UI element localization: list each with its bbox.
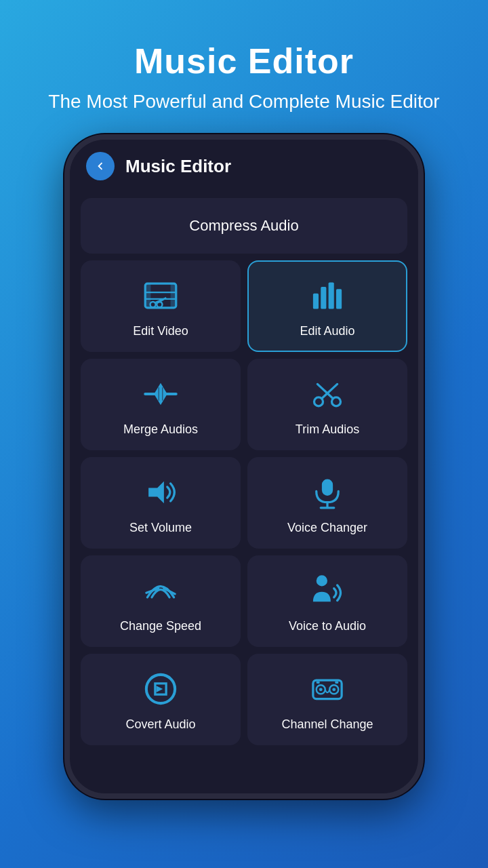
set-volume-icon: [142, 473, 180, 511]
change-speed-button[interactable]: Change Speed: [81, 555, 241, 647]
change-speed-icon: [142, 572, 180, 610]
edit-audio-icon: [308, 277, 346, 315]
svg-rect-23: [322, 479, 333, 496]
voice-to-audio-icon: [308, 572, 346, 610]
compress-audio-button[interactable]: Compress Audio: [81, 198, 407, 254]
change-speed-label: Change Speed: [120, 619, 201, 633]
svg-rect-12: [336, 290, 342, 309]
svg-rect-17: [159, 385, 163, 403]
content-area: Compress Audio: [70, 190, 418, 793]
svg-rect-38: [335, 682, 338, 684]
trim-audios-icon: [308, 375, 346, 413]
covert-audio-icon: [142, 670, 180, 708]
phone-shell: Music Editor Compress Audio: [64, 134, 424, 799]
svg-rect-37: [317, 682, 320, 684]
voice-changer-label: Voice Changer: [287, 521, 367, 535]
covert-audio-label: Covert Audio: [125, 717, 195, 732]
header-section: Music Editor The Most Powerful and Compl…: [21, 41, 466, 114]
edit-video-label: Edit Video: [133, 324, 188, 338]
svg-marker-31: [157, 686, 163, 693]
svg-point-34: [319, 688, 323, 692]
top-bar: Music Editor: [70, 140, 418, 190]
voice-changer-icon: [308, 473, 346, 511]
channel-change-label: Channel Change: [281, 717, 373, 732]
grid-row-3: Set Volume Voice Changer: [81, 457, 407, 549]
grid-row-1: Edit Video Edit Audio: [81, 260, 407, 352]
edit-audio-label: Edit Audio: [300, 324, 354, 338]
trim-audios-button[interactable]: Trim Audios: [247, 359, 407, 450]
grid-row-4: Change Speed Voice to Audio: [81, 555, 407, 647]
channel-change-icon: [308, 670, 346, 708]
svg-point-28: [317, 576, 327, 587]
svg-point-36: [332, 688, 336, 692]
covert-audio-button[interactable]: Covert Audio: [81, 654, 241, 745]
edit-audio-button[interactable]: Edit Audio: [247, 260, 407, 352]
voice-changer-button[interactable]: Voice Changer: [247, 457, 407, 549]
set-volume-label: Set Volume: [129, 521, 192, 535]
app-subtitle: The Most Powerful and Complete Music Edi…: [48, 90, 439, 114]
svg-rect-2: [171, 284, 176, 309]
back-button[interactable]: [86, 152, 115, 180]
svg-marker-22: [148, 481, 164, 504]
merge-audios-icon: [142, 375, 180, 413]
merge-audios-button[interactable]: Merge Audios: [81, 359, 241, 450]
svg-rect-10: [321, 287, 326, 309]
grid-row-2: Merge Audios Trim Audios: [81, 359, 407, 450]
grid-row-5: Covert Audio: [81, 654, 407, 745]
voice-to-audio-label: Voice to Audio: [289, 619, 366, 633]
app-title: Music Editor: [48, 41, 439, 81]
edit-video-icon: [142, 277, 180, 315]
set-volume-button[interactable]: Set Volume: [81, 457, 241, 549]
merge-audios-label: Merge Audios: [123, 422, 198, 437]
trim-audios-label: Trim Audios: [296, 422, 359, 437]
svg-rect-11: [329, 283, 334, 309]
svg-rect-9: [313, 294, 319, 309]
edit-video-button[interactable]: Edit Video: [81, 260, 241, 352]
screen-title: Music Editor: [125, 156, 231, 177]
voice-to-audio-button[interactable]: Voice to Audio: [247, 555, 407, 647]
channel-change-button[interactable]: Channel Change: [247, 654, 407, 745]
